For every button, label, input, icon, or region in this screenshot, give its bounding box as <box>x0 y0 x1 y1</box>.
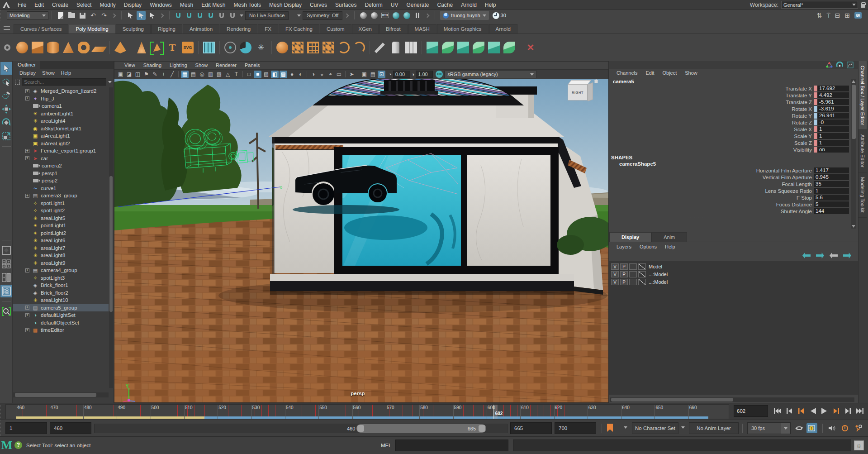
shelf-icon-combine-mesh[interactable] <box>427 42 438 53</box>
gate-mask-icon[interactable]: ▥ <box>207 71 214 78</box>
channel-row-rotate-x[interactable]: Rotate X-3.619 <box>609 105 858 112</box>
view-cube-side-face[interactable] <box>588 82 593 101</box>
channel-row-scale-x[interactable]: Scale X1 <box>609 126 858 133</box>
shelf-tab-xgen[interactable]: XGen <box>352 24 379 33</box>
shelf-icon-smooth[interactable]: ✳ <box>255 42 267 53</box>
command-output[interactable] <box>513 440 851 451</box>
select-component-mode-icon[interactable] <box>147 11 157 20</box>
channel-value-field[interactable]: 144 <box>814 208 849 214</box>
range-slider[interactable]: 460 665 <box>356 424 486 433</box>
shelf-gear-icon[interactable] <box>4 44 10 51</box>
outliner-item-camera1[interactable]: camera1 <box>13 102 109 110</box>
two-d-pan-zoom-icon[interactable]: + <box>160 71 167 78</box>
step-back-one-frame-button[interactable] <box>795 404 806 418</box>
outliner-item-aiarealight1[interactable]: ▣aiAreaLight1 <box>13 132 109 140</box>
range-bar-grip[interactable] <box>0 420 3 436</box>
range-end-handle[interactable] <box>479 425 485 432</box>
lock-workspace-icon[interactable] <box>861 4 865 8</box>
speed-dial-icon[interactable] <box>836 62 843 68</box>
xyz-manipulator-icon[interactable] <box>826 62 833 68</box>
layout-two-pane-side-button[interactable] <box>0 271 12 284</box>
layout-four-pane-button[interactable] <box>0 258 12 270</box>
menu-deform[interactable]: Deform <box>360 0 386 10</box>
script-editor-icon[interactable]: {;} <box>854 440 864 450</box>
shelf-icon-svg-tool[interactable]: SVG <box>182 42 194 53</box>
menu-edit[interactable]: Edit <box>30 0 48 10</box>
ipr-render-icon[interactable]: IPR <box>380 11 389 20</box>
shelf-icon-retopo-grid[interactable] <box>323 42 334 53</box>
motion-blur-toggle-icon[interactable]: ◒ <box>318 71 326 78</box>
expand-toggle-icon[interactable]: + <box>25 268 29 272</box>
play-forwards-button[interactable] <box>819 404 830 418</box>
step-back-one-key-button[interactable] <box>783 404 795 418</box>
viewport-menu-renderer[interactable]: Renderer <box>212 62 240 69</box>
isolate-select-icon[interactable]: ➤ <box>348 71 356 78</box>
menu-modify[interactable]: Modify <box>95 0 119 10</box>
multisample-toggle-icon[interactable]: ◓ <box>327 71 334 78</box>
channel-value-field[interactable]: 4.492 <box>817 92 849 98</box>
playback-end-field[interactable]: 665 <box>510 422 552 434</box>
menu-set-selector[interactable]: Modeling <box>7 11 48 20</box>
exposure-icon[interactable]: ◔ <box>389 72 392 77</box>
shelf-icon-poly-torus[interactable] <box>78 42 90 53</box>
outliner-item-persp2[interactable]: persp2 <box>13 177 109 185</box>
view-cube[interactable]: RIGHT <box>568 80 598 104</box>
select-hierarchy-mode-icon[interactable] <box>126 11 135 20</box>
paint-select-tool-button[interactable] <box>0 89 12 102</box>
range-slider-track[interactable]: 460 665 <box>94 424 508 433</box>
channel-value-field[interactable]: 1 <box>817 126 849 132</box>
textured-mode-icon[interactable]: ▨ <box>262 71 270 78</box>
outliner-horizontal-scrollbar[interactable] <box>13 392 109 397</box>
outliner-item-aiskydomelight1[interactable]: ◉aiSkyDomeLight1 <box>13 125 109 133</box>
menu-mesh-tools[interactable]: Mesh Tools <box>230 0 265 10</box>
depth-of-field-icon[interactable]: ▭ <box>335 71 343 78</box>
menu-curves[interactable]: Curves <box>306 0 331 10</box>
live-surface-field[interactable]: No Live Surface <box>245 11 289 20</box>
shelf-menu-icon[interactable] <box>4 26 10 30</box>
grease-pencil-icon[interactable]: ╱ <box>168 71 176 78</box>
animation-end-field[interactable]: 700 <box>555 422 596 434</box>
shelf-icon-delete-edge[interactable]: ✕ <box>525 42 536 53</box>
select-camera-icon[interactable]: ▣ <box>117 71 124 78</box>
outliner-item-pointlight2[interactable]: ✴pointLight2 <box>13 229 109 237</box>
shelf-icon-booleans[interactable] <box>203 42 215 53</box>
shelf-tab-fx-caching[interactable]: FX Caching <box>279 24 319 33</box>
safe-title-icon[interactable]: T <box>232 71 240 78</box>
layer-visibility-toggle[interactable]: V <box>611 279 619 285</box>
anim-layer-field[interactable]: No Anim Layer <box>689 422 739 434</box>
layer-editor-tab-display[interactable]: Display <box>609 232 651 242</box>
channel-row-rotate-y[interactable]: Rotate Y26.941 <box>609 112 858 119</box>
move-tool-button[interactable] <box>0 103 12 115</box>
layout-outliner-persp-button[interactable] <box>0 285 12 297</box>
outliner-item-persp1[interactable]: persp1 <box>13 170 109 177</box>
outliner-item-spotlight1[interactable]: ✧spotLight1 <box>13 200 109 207</box>
user-account-menu[interactable]: truong huynh <box>440 11 489 20</box>
shelf-icon-extract-mesh[interactable] <box>457 42 469 53</box>
menu-cache[interactable]: Cache <box>433 0 457 10</box>
channel-row-translate-x[interactable]: Translate X17.692 <box>609 85 858 92</box>
move-layer-down-icon[interactable] <box>816 253 824 258</box>
scale-tool-button[interactable] <box>0 130 12 143</box>
channel-value-field[interactable]: 5.6 <box>814 195 849 201</box>
side-tab-attribute-editor[interactable]: Attribute Editor <box>859 130 867 172</box>
shape-channel-row-focal-length[interactable]: Focal Length35 <box>609 181 858 187</box>
channel-value-field[interactable]: 5 <box>814 201 849 207</box>
step-forward-one-key-button[interactable] <box>842 404 854 418</box>
camera-attributes-icon[interactable]: ◫ <box>134 71 142 78</box>
menu-select[interactable]: Select <box>72 0 95 10</box>
channel-value-field[interactable]: 1 <box>817 140 849 146</box>
shelf-icon-poly-pyramid[interactable] <box>114 42 126 53</box>
playback-start-field[interactable]: 460 <box>50 422 91 434</box>
field-chart-icon[interactable]: ▧ <box>215 71 223 78</box>
lasso-select-tool-button[interactable] <box>0 76 12 88</box>
outliner-item-timeeditor[interactable]: +▦timeEditor <box>13 326 109 334</box>
exposure-field[interactable]: 0.00 <box>393 71 410 78</box>
layer-row-model[interactable]: VP...:Model <box>609 270 859 278</box>
paste-view-icon[interactable]: ▤ <box>369 71 377 78</box>
outliner-item-brick-floor1[interactable]: ◈Brick_floor1 <box>13 282 109 289</box>
select-object-mode-icon[interactable] <box>137 11 146 20</box>
film-gate-icon[interactable]: ▤ <box>190 71 197 78</box>
outliner-item-arealight4[interactable]: ✳areaLight4 <box>13 117 109 125</box>
layer-visibility-toggle[interactable]: V <box>611 271 619 277</box>
lock-camera-icon[interactable]: ◪ <box>125 71 133 78</box>
